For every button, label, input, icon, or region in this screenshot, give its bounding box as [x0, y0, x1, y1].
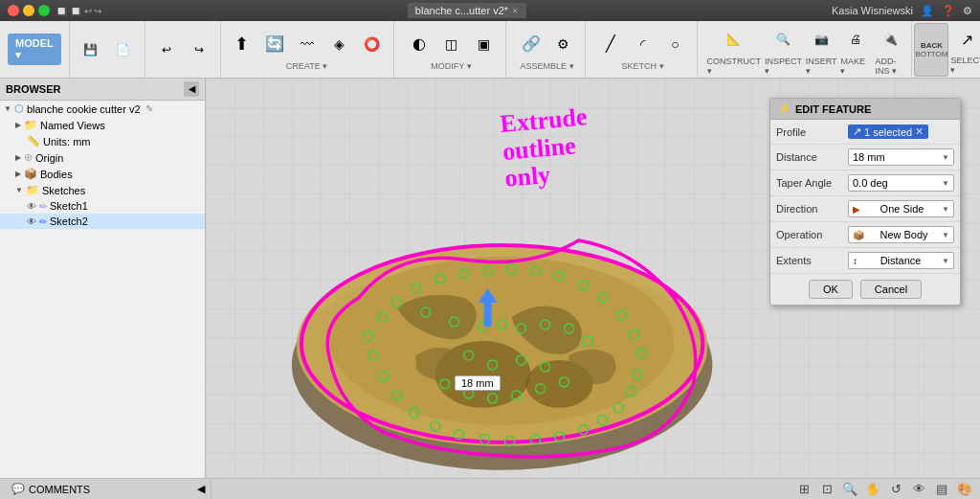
browser-panel: BROWSER ◀ ▼ ⬡ blanche cookie cutter v2 ✎… [0, 79, 206, 478]
hole-icon[interactable]: ⭕ [357, 29, 388, 59]
distance-label-panel: Distance [776, 151, 848, 163]
construct-label: CONSTRUCT ▾ [707, 57, 761, 76]
make-icon[interactable]: 🖨 [840, 24, 871, 55]
direction-arrow: ▼ [942, 205, 949, 214]
render-icon[interactable]: 🎨 [955, 480, 974, 499]
bodies-item[interactable]: ▶ 📦 Bodies [0, 166, 205, 182]
grid-icon[interactable]: ⊞ [794, 480, 813, 499]
browser-header: BROWSER ◀ [0, 79, 205, 101]
sketch1-icon: ✏ [39, 201, 47, 212]
help-icon[interactable]: ❓ [942, 5, 955, 17]
distance-input[interactable]: 18 mm ▼ [848, 148, 954, 166]
file-icon-group: 💾 📄 [76, 34, 139, 65]
undo-icon[interactable]: ↩ [151, 34, 182, 65]
loft-icon[interactable]: ◈ [324, 29, 355, 59]
tree-root[interactable]: ▼ ⬡ blanche cookie cutter v2 ✎ [0, 101, 205, 117]
taper-label: Taper Angle [776, 177, 848, 189]
joint2-icon[interactable]: ⚙ [548, 29, 579, 59]
tab-close-icon[interactable]: × [512, 5, 518, 16]
extents-input[interactable]: ↕ Distance ▼ [848, 252, 954, 269]
display-settings-icon[interactable]: ▤ [932, 480, 951, 499]
units-item[interactable]: 📏 Units: mm [0, 133, 205, 149]
file-tools: 💾 📄 [70, 21, 145, 78]
profile-row: Profile ↗ 1 selected ✕ [770, 120, 960, 145]
nav-back-label: BACK [921, 41, 943, 50]
modify-label: MODIFY ▾ [431, 61, 471, 71]
undo-redo-section: ↩ ↪ [145, 21, 221, 78]
edit-panel-title: EDIT FEATURE [795, 103, 871, 115]
zoom-in-icon[interactable]: 🔍 [840, 480, 859, 499]
comments-icon: 💬 [11, 483, 25, 495]
viewport[interactable]: Extrude outline only 18 mm ⚡ EDIT FEATUR… [206, 79, 980, 478]
settings-icon[interactable]: ⚙ [963, 5, 972, 17]
extrude-icon[interactable]: ⬆ [227, 29, 257, 59]
window-controls[interactable] [8, 5, 50, 16]
tree-root-label: blanche cookie cutter v2 [27, 103, 141, 115]
named-views-item[interactable]: ▶ 📁 Named Views [0, 117, 205, 133]
profile-value[interactable]: ↗ 1 selected ✕ [848, 125, 954, 139]
close-button[interactable] [8, 5, 19, 16]
orbit-icon[interactable]: ↺ [886, 480, 905, 499]
addins-icon[interactable]: 🔌 [875, 24, 905, 55]
nav-cube-toolbar[interactable]: BACK BOTTOM [914, 23, 948, 77]
assemble-label: ASSEMBLE ▾ [521, 61, 574, 71]
chamfer-icon[interactable]: ◫ [436, 29, 467, 59]
fillet-icon[interactable]: ◐ [404, 29, 434, 59]
circle-icon[interactable]: ○ [660, 29, 691, 59]
construct-icon[interactable]: 📐 [719, 24, 749, 55]
comments-toggle[interactable]: ◀ [197, 483, 205, 495]
insert-icon[interactable]: 📷 [806, 24, 836, 55]
sketch2-eye: 👁 [27, 216, 36, 227]
profile-chip[interactable]: ↗ 1 selected ✕ [848, 125, 928, 139]
save-icon[interactable]: 💾 [76, 34, 106, 65]
toolbar: MODEL ▾ 💾 📄 ↩ ↪ ⬆ 🔄 〰 ◈ ⭕ CREATE ▾ ◐ ◫ [0, 21, 980, 79]
sketches-item[interactable]: ▼ 📁 Sketches [0, 182, 205, 198]
shell-icon[interactable]: ▣ [469, 29, 500, 59]
sketch-section: ╱ ◜ ○ SKETCH ▾ [590, 21, 698, 78]
direction-input[interactable]: ▶ One Side ▼ [848, 200, 954, 217]
minimize-button[interactable] [23, 5, 34, 16]
titlebar-left: 🔲 🔲 ↩ ↪ [8, 5, 101, 16]
sketch2-item[interactable]: 👁 ✏ Sketch2 [0, 214, 205, 229]
create-section: ⬆ 🔄 〰 ◈ ⭕ CREATE ▾ [221, 21, 394, 78]
origin-label: Origin [35, 152, 63, 164]
joint-icon[interactable]: 🔗 [516, 29, 546, 59]
browser-toggle[interactable]: ◀ [184, 81, 199, 97]
create-label: CREATE ▾ [286, 61, 327, 71]
zoom-fit-icon[interactable]: ⊡ [817, 480, 836, 499]
revolve-icon[interactable]: 🔄 [259, 29, 290, 59]
view-icon[interactable]: 👁 [909, 480, 928, 499]
sketch2-label: Sketch2 [50, 215, 88, 227]
distance-row: Distance 18 mm ▼ [770, 145, 960, 170]
insert-label: INSERT ▾ [806, 57, 837, 76]
maximize-button[interactable] [38, 5, 50, 16]
select-label: SELECT ▾ [950, 56, 980, 75]
redo-icon[interactable]: ↪ [184, 34, 214, 65]
active-tab[interactable]: blanche c...utter v2* × [408, 3, 526, 18]
select-icon[interactable]: ↗ [952, 25, 980, 56]
origin-item[interactable]: ▶ ⊕ Origin [0, 149, 205, 166]
arc-icon[interactable]: ◜ [628, 29, 658, 59]
units-label: Units: mm [43, 136, 91, 147]
model-button[interactable]: MODEL ▾ [8, 34, 61, 65]
extents-icon: ↕ [853, 256, 858, 266]
sweep-icon[interactable]: 〰 [292, 29, 323, 59]
taper-input[interactable]: 0.0 deg ▼ [848, 174, 954, 192]
profile-clear-icon[interactable]: ✕ [915, 125, 924, 138]
operation-row: Operation 📦 New Body ▼ [770, 222, 960, 248]
cancel-button[interactable]: Cancel [860, 280, 922, 299]
bodies-folder: 📦 [24, 168, 37, 180]
pan-icon[interactable]: ✋ [863, 480, 882, 499]
distance-label: 18 mm [455, 375, 501, 391]
profile-selected-text: 1 selected [864, 126, 912, 138]
line-icon[interactable]: ╱ [595, 29, 626, 59]
inspect-icon[interactable]: 🔍 [768, 24, 798, 55]
extents-val: Distance [880, 255, 922, 266]
create-icons: ⬆ 🔄 〰 ◈ ⭕ [227, 29, 388, 59]
document-icon[interactable]: 📄 [108, 34, 139, 65]
operation-input[interactable]: 📦 New Body ▼ [848, 226, 954, 243]
ok-button[interactable]: OK [809, 280, 853, 299]
units-icon: 📏 [27, 135, 40, 147]
sketch1-item[interactable]: 👁 ✏ Sketch1 [0, 198, 205, 214]
make-label: MAKE ▾ [840, 57, 871, 76]
